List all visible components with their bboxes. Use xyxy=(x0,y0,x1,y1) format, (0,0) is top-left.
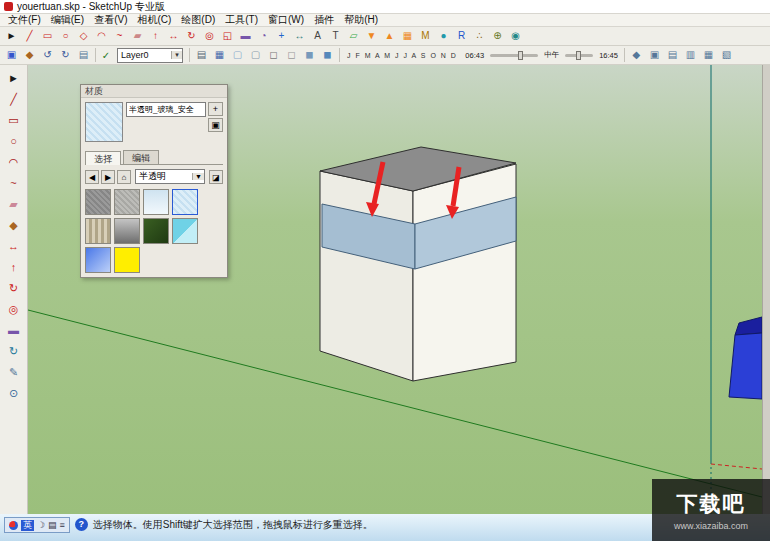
pushpull-tool-icon[interactable]: ↑ xyxy=(3,258,25,278)
ime-settings-icon[interactable]: ≡ xyxy=(60,520,65,530)
swatch-metal[interactable] xyxy=(114,218,140,244)
wireframe-icon[interactable]: ◻ xyxy=(265,47,282,63)
swatch-blue-gradient[interactable] xyxy=(85,247,111,273)
help-icon[interactable]: ? xyxy=(75,518,88,531)
swatch-asphalt[interactable] xyxy=(85,189,111,215)
zoom-tool-icon[interactable]: ⊙ xyxy=(3,384,25,404)
photo-textures-icon[interactable]: ▦ xyxy=(399,28,416,44)
right-view-icon[interactable]: ▥ xyxy=(682,47,699,63)
protractor-icon[interactable]: ◔ xyxy=(255,28,272,44)
material-preview-swatch[interactable] xyxy=(85,102,123,142)
forward-arrow-icon[interactable]: ▶ xyxy=(101,170,115,184)
menu-item[interactable]: 绘图(D) xyxy=(176,13,220,27)
polygon-tool-icon[interactable]: ◇ xyxy=(75,28,92,44)
secondary-pane-button[interactable]: ▣ xyxy=(208,118,223,132)
materials-dialog-title[interactable]: 材质 xyxy=(81,85,227,98)
home-icon[interactable]: ⌂ xyxy=(117,170,131,184)
text-tool-icon[interactable]: A xyxy=(309,28,326,44)
arc-tool-icon[interactable]: ◠ xyxy=(93,28,110,44)
chevron-down-icon[interactable]: ▾ xyxy=(171,51,182,59)
moon-icon[interactable]: ☽ xyxy=(37,520,45,530)
material-category-select[interactable]: 半透明 ▼ xyxy=(135,169,205,184)
freehand-tool-icon[interactable]: ~ xyxy=(111,28,128,44)
scale-tool-icon[interactable]: ◱ xyxy=(219,28,236,44)
shaded-textures-icon[interactable]: ◼ xyxy=(319,47,336,63)
menu-item[interactable]: 查看(V) xyxy=(89,13,132,27)
toggle-terrain-icon[interactable]: ▲ xyxy=(381,28,398,44)
swatch-yellow[interactable] xyxy=(114,247,140,273)
pushpull-tool-icon[interactable]: ↑ xyxy=(147,28,164,44)
x-ray-style-icon[interactable]: ▢ xyxy=(229,47,246,63)
tab-select[interactable]: 选择 xyxy=(85,151,121,165)
3d-text-tool-icon[interactable]: T xyxy=(327,28,344,44)
swatch-concrete[interactable] xyxy=(114,189,140,215)
tape-measure-icon[interactable]: ▬ xyxy=(237,28,254,44)
menu-item[interactable]: 相机(C) xyxy=(132,13,176,27)
shadow-date-slider[interactable] xyxy=(565,54,593,57)
top-view-icon[interactable]: ▣ xyxy=(646,47,663,63)
swatch-translucent-glass-safety[interactable] xyxy=(172,189,198,215)
undo-icon[interactable]: ↺ xyxy=(39,47,56,63)
look-around-icon[interactable]: ◉ xyxy=(507,28,524,44)
dimension-tool-icon[interactable]: ↔ xyxy=(291,28,308,44)
keyboard-icon[interactable]: ▤ xyxy=(48,520,57,530)
walk-tool-icon[interactable]: ∴ xyxy=(471,28,488,44)
swatch-stripes[interactable] xyxy=(85,218,111,244)
create-material-button[interactable]: + xyxy=(208,102,223,116)
rectangle-tool-icon[interactable]: ▭ xyxy=(3,111,25,131)
redo-icon[interactable]: ↻ xyxy=(57,47,74,63)
slider-thumb[interactable] xyxy=(518,51,523,60)
iso-view-icon[interactable]: ◆ xyxy=(628,47,645,63)
circle-tool-icon[interactable]: ○ xyxy=(3,132,25,152)
material-name-input[interactable] xyxy=(126,102,206,117)
shadow-time-slider[interactable] xyxy=(490,54,538,57)
rotate-tool-icon[interactable]: ↻ xyxy=(3,279,25,299)
blue-object-front[interactable] xyxy=(729,333,762,399)
rectangle-tool-icon[interactable]: ▭ xyxy=(39,28,56,44)
extension-m-icon[interactable]: M xyxy=(417,28,434,44)
orbit-tool-icon[interactable]: ↻ xyxy=(3,342,25,362)
slider-thumb[interactable] xyxy=(576,51,581,60)
tape-measure-icon[interactable]: ▬ xyxy=(3,321,25,341)
axes-tool-icon[interactable]: + xyxy=(273,28,290,44)
menu-item[interactable]: 窗口(W) xyxy=(263,13,309,27)
back-arrow-icon[interactable]: ◀ xyxy=(85,170,99,184)
ime-mode-button[interactable]: 英 xyxy=(21,520,34,531)
chevron-down-icon[interactable]: ▼ xyxy=(192,173,204,180)
front-view-icon[interactable]: ▤ xyxy=(664,47,681,63)
shadow-dialog-icon[interactable]: ▤ xyxy=(193,47,210,63)
tab-edit[interactable]: 编辑 xyxy=(123,150,159,164)
line-tool-icon[interactable]: ╱ xyxy=(3,90,25,110)
menu-item[interactable]: 编辑(E) xyxy=(46,13,89,27)
paint-bucket-icon[interactable]: ◆ xyxy=(21,47,38,63)
swatch-sky-clouds[interactable] xyxy=(143,189,169,215)
position-camera-icon[interactable]: ⊕ xyxy=(489,28,506,44)
back-edges-icon[interactable]: ▢ xyxy=(247,47,264,63)
line-tool-icon[interactable]: ╱ xyxy=(21,28,38,44)
layer-select[interactable]: Layer0 ▾ xyxy=(117,48,183,63)
sample-paint-icon[interactable]: ◪ xyxy=(209,170,223,184)
shaded-icon[interactable]: ◼ xyxy=(301,47,318,63)
arc-tool-icon[interactable]: ◠ xyxy=(3,153,25,173)
rotate-tool-icon[interactable]: ↻ xyxy=(183,28,200,44)
offset-tool-icon[interactable]: ◎ xyxy=(201,28,218,44)
eraser-tool-icon[interactable]: ▰ xyxy=(3,195,25,215)
menu-item[interactable]: 工具(T) xyxy=(220,13,263,27)
layers-icon[interactable]: ▤ xyxy=(75,47,92,63)
extension-r-icon[interactable]: R xyxy=(453,28,470,44)
box-right-face[interactable] xyxy=(413,164,516,381)
swatch-foliage[interactable] xyxy=(143,218,169,244)
swatch-water-cyan[interactable] xyxy=(172,218,198,244)
move-tool-icon[interactable]: ↔ xyxy=(165,28,182,44)
select-tool-icon[interactable]: ► xyxy=(3,69,25,89)
hidden-line-icon[interactable]: ◻ xyxy=(283,47,300,63)
back-view-icon[interactable]: ▦ xyxy=(700,47,717,63)
make-component-icon[interactable]: ▣ xyxy=(3,47,20,63)
select-tool-icon[interactable]: ► xyxy=(3,28,20,44)
google-earth-icon[interactable]: ● xyxy=(435,28,452,44)
menu-item[interactable]: 帮助(H) xyxy=(339,13,383,27)
layer-check-icon[interactable]: ✓ xyxy=(99,50,113,61)
left-view-icon[interactable]: ▧ xyxy=(718,47,735,63)
eraser-tool-icon[interactable]: ▰ xyxy=(129,28,146,44)
freehand-tool-icon[interactable]: ~ xyxy=(3,174,25,194)
